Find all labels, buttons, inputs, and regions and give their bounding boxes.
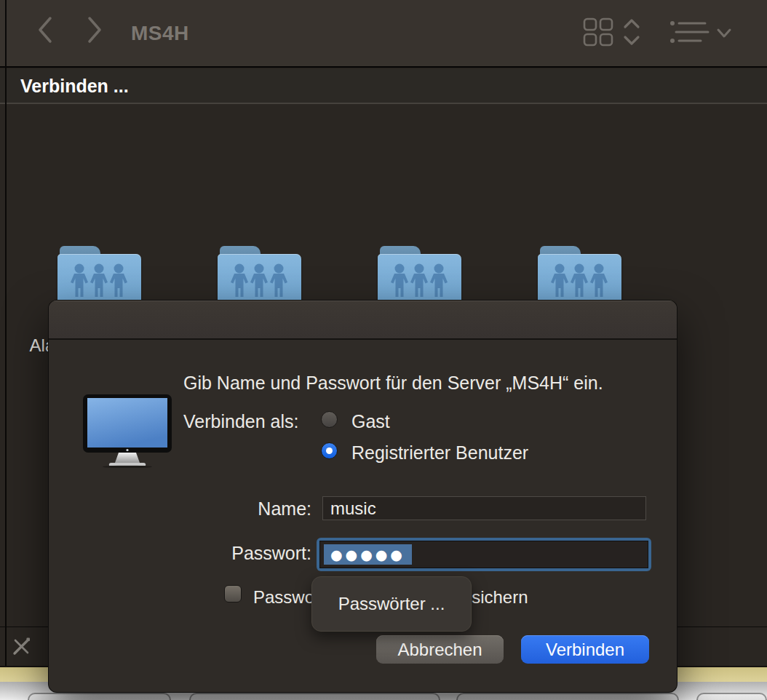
passwords-popup-label: Passwörter ... [338,594,445,614]
radio-guest[interactable] [321,411,338,428]
background-key [189,693,440,700]
connect-button[interactable]: Verbinden [521,635,649,664]
chevron-down-icon[interactable] [716,28,732,39]
connect-status-label: Verbinden ... [20,76,129,97]
cancel-button[interactable]: Abbrechen [376,635,504,664]
shared-people-glyph [389,263,450,301]
name-label: Name: [183,498,311,520]
window-left-edge [5,0,7,666]
radio-registered-user[interactable] [321,442,338,459]
group-list-icon[interactable] [669,20,710,44]
password-label: Passwort: [183,543,311,564]
password-dots: ●●●●● [330,548,405,562]
password-focus-ring: ●●●●● [317,538,651,571]
background-key [28,693,171,700]
grid-view-icon[interactable] [583,17,615,47]
name-input[interactable]: music [322,496,646,520]
finder-toolbar: MS4H [0,0,767,68]
connect-as-label: Verbinden als: [183,411,298,432]
connect-status-bar: Verbinden ... [0,69,767,104]
radio-guest-label[interactable]: Gast [351,411,390,432]
view-stepper-icon[interactable] [622,17,641,47]
back-icon[interactable] [36,16,54,44]
background-key [456,693,679,700]
forward-icon[interactable] [86,16,103,44]
passwords-autofill-popup[interactable]: Passwörter ... [311,576,472,632]
background-key [696,693,767,700]
password-selection: ●●●●● [324,544,412,565]
shared-people-glyph [549,263,610,301]
radio-registered-label[interactable]: Registrierter Benutzer [351,442,528,464]
server-auth-dialog: Gib Name und Passwort für den Server „MS… [49,301,677,692]
display-monitor-icon [82,394,172,468]
keychain-checkbox[interactable] [224,585,242,602]
dialog-message: Gib Name und Passwort für den Server „MS… [183,373,603,394]
shared-people-glyph [228,263,290,301]
name-value: music [330,498,376,519]
password-input[interactable]: ●●●●● [319,541,648,568]
x-pencil-icon[interactable] [12,637,31,656]
shared-people-glyph [68,263,130,301]
dialog-titlebar[interactable] [49,301,677,340]
window-title: MS4H [131,0,189,66]
